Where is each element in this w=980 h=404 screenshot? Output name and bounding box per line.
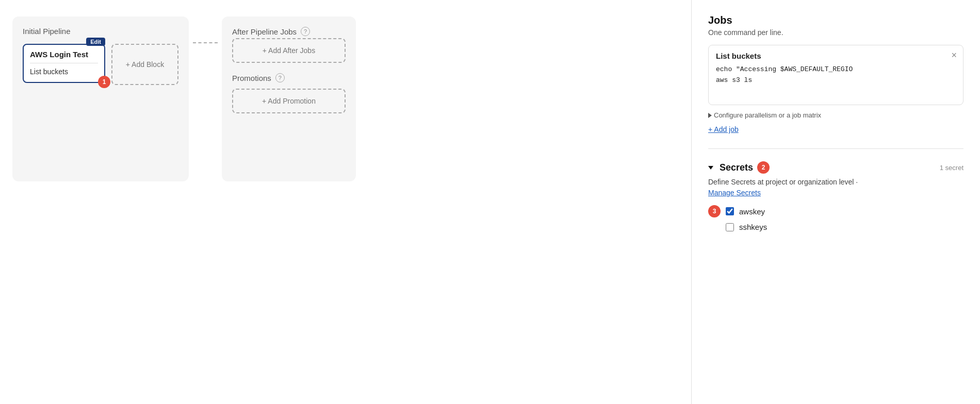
secrets-count-label: 1 secret bbox=[940, 164, 963, 172]
right-panel: Jobs One command per line. echo "Accessi… bbox=[691, 0, 980, 404]
promotions-help-icon[interactable]: ? bbox=[275, 73, 285, 82]
job-close-button[interactable]: × bbox=[951, 50, 957, 60]
secrets-section: Secrets 2 1 secret Define Secrets at pro… bbox=[708, 149, 963, 231]
add-job-link[interactable]: + Add job bbox=[708, 125, 739, 133]
blocks-row: Edit AWS Login Test List buckets 1 + Add… bbox=[23, 44, 178, 85]
secrets-badge: 2 bbox=[757, 161, 770, 174]
pipeline-connector bbox=[189, 16, 222, 43]
add-after-jobs-button[interactable]: + Add After Jobs bbox=[232, 38, 346, 63]
initial-pipeline-title: Initial Pipeline bbox=[23, 27, 178, 36]
add-promotion-button[interactable]: + Add Promotion bbox=[232, 89, 346, 113]
secrets-header-row: Secrets 2 1 secret bbox=[708, 161, 963, 174]
left-panel: Initial Pipeline Edit AWS Login Test Lis… bbox=[0, 0, 691, 404]
after-jobs-header: After Pipeline Jobs ? bbox=[232, 27, 346, 36]
configure-parallelism-label: Configure parallelism or a job matrix bbox=[714, 111, 821, 119]
secret-number-badge-3: 3 bbox=[708, 205, 721, 217]
secrets-title: Secrets bbox=[720, 162, 753, 173]
promotions-header: Promotions ? bbox=[232, 73, 346, 82]
secrets-description: Define Secrets at project or organizatio… bbox=[708, 178, 963, 186]
awskey-checkbox[interactable] bbox=[726, 207, 734, 215]
secrets-title-group: Secrets 2 bbox=[708, 161, 770, 174]
promotions-group: Promotions ? + Add Promotion bbox=[232, 73, 346, 113]
pipeline-container: Initial Pipeline Edit AWS Login Test Lis… bbox=[12, 16, 679, 181]
secret-row-sshkeys: sshkeys bbox=[708, 223, 963, 231]
triangle-right-icon bbox=[708, 113, 712, 118]
job-card: echo "Accessing $AWS_DEFAULT_REGIO aws s… bbox=[708, 45, 963, 105]
sshkeys-label: sshkeys bbox=[739, 223, 767, 231]
initial-pipeline-section: Initial Pipeline Edit AWS Login Test Lis… bbox=[12, 16, 189, 181]
sshkeys-checkbox[interactable] bbox=[726, 223, 734, 231]
add-block-button[interactable]: + Add Block bbox=[111, 44, 178, 85]
edit-badge[interactable]: Edit bbox=[86, 38, 105, 46]
promotions-title: Promotions bbox=[232, 74, 271, 82]
after-pipeline-section: After Pipeline Jobs ? + Add After Jobs P… bbox=[222, 16, 356, 181]
triangle-down-icon bbox=[708, 166, 713, 170]
after-jobs-help-icon[interactable]: ? bbox=[301, 27, 310, 36]
secrets-list: 3 awskey sshkeys bbox=[708, 205, 963, 231]
step-number-badge: 1 bbox=[98, 76, 110, 88]
jobs-section: Jobs One command per line. echo "Accessi… bbox=[708, 14, 963, 149]
step-block-title: AWS Login Test bbox=[30, 50, 98, 63]
connector-line bbox=[193, 42, 218, 43]
jobs-title: Jobs bbox=[708, 14, 963, 26]
after-jobs-title: After Pipeline Jobs bbox=[232, 27, 297, 36]
after-jobs-group: After Pipeline Jobs ? + Add After Jobs bbox=[232, 27, 346, 63]
secret-row-awskey: 3 awskey bbox=[708, 205, 963, 217]
step-block-job: List buckets bbox=[30, 68, 98, 76]
aws-login-step-block[interactable]: Edit AWS Login Test List buckets 1 bbox=[23, 44, 105, 83]
manage-secrets-link[interactable]: Manage Secrets bbox=[708, 189, 761, 197]
jobs-subtitle: One command per line. bbox=[708, 28, 963, 37]
job-name-input[interactable] bbox=[716, 52, 932, 60]
job-commands-textarea[interactable]: echo "Accessing $AWS_DEFAULT_REGIO aws s… bbox=[716, 64, 956, 96]
configure-parallelism[interactable]: Configure parallelism or a job matrix bbox=[708, 111, 963, 119]
awskey-label: awskey bbox=[739, 207, 765, 216]
